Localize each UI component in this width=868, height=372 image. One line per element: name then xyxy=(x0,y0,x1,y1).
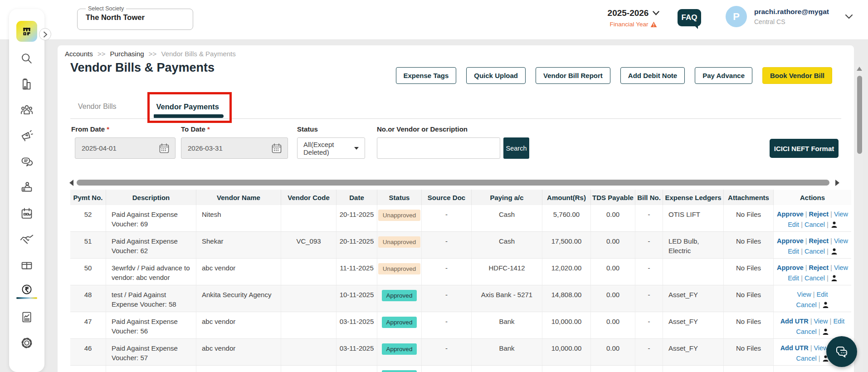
payee-user-icon[interactable] xyxy=(823,301,829,311)
faq-button[interactable]: FAQ xyxy=(678,9,701,26)
partners-handshake-icon[interactable] xyxy=(19,232,34,247)
action-link-edit[interactable]: Edit xyxy=(816,291,828,298)
action-link-reject[interactable]: Reject xyxy=(809,237,829,245)
fiscal-year-block: 2025-2026 Financial Year xyxy=(600,8,668,28)
action-link-edit[interactable]: Edit xyxy=(833,318,844,325)
cell-attachments: No Files xyxy=(724,205,774,231)
cell-date xyxy=(336,366,377,372)
status-label: Status xyxy=(297,125,318,133)
action-link-approve[interactable]: Approve xyxy=(777,264,804,271)
action-link-cancel[interactable]: Cancel xyxy=(805,248,825,255)
community-people-icon[interactable] xyxy=(19,103,34,118)
reports-chart-icon[interactable] xyxy=(19,309,34,325)
payee-user-icon[interactable] xyxy=(831,220,837,231)
vendor-bill-report-button[interactable]: Vendor Bill Report xyxy=(536,67,610,84)
pay-advance-button[interactable]: Pay Advance xyxy=(695,67,752,84)
fiscal-year-dropdown[interactable]: 2025-2026 xyxy=(608,8,660,18)
quick-upload-button[interactable]: Quick Upload xyxy=(466,67,526,84)
chat-bubbles-icon xyxy=(834,344,849,359)
action-separator: | xyxy=(829,210,834,218)
avatar[interactable]: P xyxy=(726,6,747,27)
search-icon[interactable] xyxy=(19,51,34,66)
profile-chevron-down-icon[interactable] xyxy=(845,13,853,21)
breadcrumb-accounts[interactable]: Accounts xyxy=(65,50,93,58)
accounts-rupee-icon[interactable] xyxy=(19,284,34,299)
search-input[interactable] xyxy=(377,137,500,159)
status-select[interactable]: All(Except Deleted) xyxy=(297,137,365,159)
cell-vendor_name: abc vendor xyxy=(196,339,281,365)
action-link-cancel[interactable]: Cancel xyxy=(796,355,817,362)
expense-tags-button[interactable]: Expense Tags xyxy=(396,67,457,84)
action-link-edit[interactable]: Edit xyxy=(788,221,799,228)
book-vendor-bill-button[interactable]: Book Vendor Bill xyxy=(762,67,832,84)
page-title: Vendor Bills & Payments xyxy=(70,61,215,75)
buildings-icon[interactable] xyxy=(19,77,34,92)
action-link-add-utr[interactable]: Add UTR xyxy=(780,318,809,325)
status-badge: Unapproved xyxy=(378,210,421,221)
table-body: 52Paid Against Expense Voucher: 69Nitesh… xyxy=(70,205,851,372)
action-link-approve[interactable]: Approve xyxy=(777,237,804,245)
society-selector[interactable]: Select Society The North Tower xyxy=(77,5,193,30)
settings-gear-icon[interactable] xyxy=(19,335,34,351)
payee-user-icon[interactable] xyxy=(823,328,829,338)
cell-no: 46 xyxy=(70,339,106,365)
horizontal-scroll-thumb[interactable] xyxy=(77,180,829,186)
breadcrumb-purchasing[interactable]: Purchasing xyxy=(110,50,144,58)
payee-user-icon[interactable] xyxy=(831,247,837,258)
cell-source_doc: - xyxy=(422,312,472,338)
breadcrumb-current: Vendor Bills & Payments xyxy=(161,50,236,58)
action-separator: | xyxy=(817,355,822,362)
action-link-view[interactable]: View xyxy=(834,237,848,245)
action-link-add-utr[interactable]: Add UTR xyxy=(780,344,809,352)
cell-description: Paid Against Expense Voucher: 57 xyxy=(106,339,196,365)
search-button[interactable]: Search xyxy=(503,137,529,159)
action-link-reject[interactable]: Reject xyxy=(809,210,829,218)
calendar-icon xyxy=(271,142,283,154)
booking-calendar-icon[interactable] xyxy=(19,206,34,221)
icici-neft-format-button[interactable]: ICICI NEFT Format xyxy=(770,139,839,158)
tab-vendor-payments[interactable]: Vendor Payments xyxy=(156,103,219,111)
tab-vendor-bills[interactable]: Vendor Bills xyxy=(78,103,117,111)
status-badge: Unapproved xyxy=(378,236,421,248)
scroll-left-arrow[interactable] xyxy=(69,180,73,186)
action-link-cancel[interactable]: Cancel xyxy=(805,274,825,282)
action-link-edit[interactable]: Edit xyxy=(788,274,799,282)
inventory-box-icon[interactable] xyxy=(19,258,34,273)
action-link-edit[interactable]: Edit xyxy=(788,248,799,255)
vertical-scroll-thumb[interactable] xyxy=(857,76,862,154)
communication-chat-icon[interactable] xyxy=(19,154,34,170)
noticeboard-megaphone-icon[interactable] xyxy=(19,128,34,144)
status-badge: Approved xyxy=(382,343,417,355)
to-date-input[interactable]: 2026-03-31 xyxy=(181,137,288,159)
action-link-view[interactable]: View xyxy=(834,264,848,271)
action-link-cancel[interactable]: Cancel xyxy=(796,328,817,335)
action-link-view[interactable]: View xyxy=(814,318,828,325)
payee-user-icon[interactable] xyxy=(831,274,837,284)
cell-tds: 0.00 xyxy=(591,205,635,231)
action-link-approve[interactable]: Approve xyxy=(777,210,804,218)
helpdesk-icon[interactable] xyxy=(19,180,34,196)
warning-icon xyxy=(650,21,657,28)
action-separator: | xyxy=(799,221,805,228)
action-link-view[interactable]: View xyxy=(797,291,811,298)
action-link-view[interactable]: View xyxy=(834,210,848,218)
add-debit-note-button[interactable]: Add Debit Note xyxy=(620,67,685,84)
action-separator: | xyxy=(817,328,822,335)
action-link-view[interactable]: View xyxy=(814,344,828,352)
mygate-logo-icon[interactable] xyxy=(16,21,37,42)
from-date-input[interactable]: 2025-04-01 xyxy=(75,137,176,159)
cell-no: 52 xyxy=(70,205,106,231)
scroll-right-arrow[interactable] xyxy=(835,180,839,186)
cell-date: 10-11-2025 xyxy=(336,285,377,312)
sidebar-expand-button[interactable] xyxy=(39,28,51,40)
horizontal-scrollbar xyxy=(69,179,839,186)
status-badge: Unapproved xyxy=(378,263,421,274)
scroll-up-arrow[interactable] xyxy=(857,67,862,71)
action-link-cancel[interactable]: Cancel xyxy=(805,221,825,228)
action-separator: | xyxy=(804,210,809,218)
chevron-down-icon xyxy=(653,11,659,15)
action-link-reject[interactable]: Reject xyxy=(809,264,829,271)
action-link-cancel[interactable]: Cancel xyxy=(796,301,817,308)
cell-status: Approved xyxy=(377,339,422,365)
chat-support-fab[interactable] xyxy=(826,336,857,367)
